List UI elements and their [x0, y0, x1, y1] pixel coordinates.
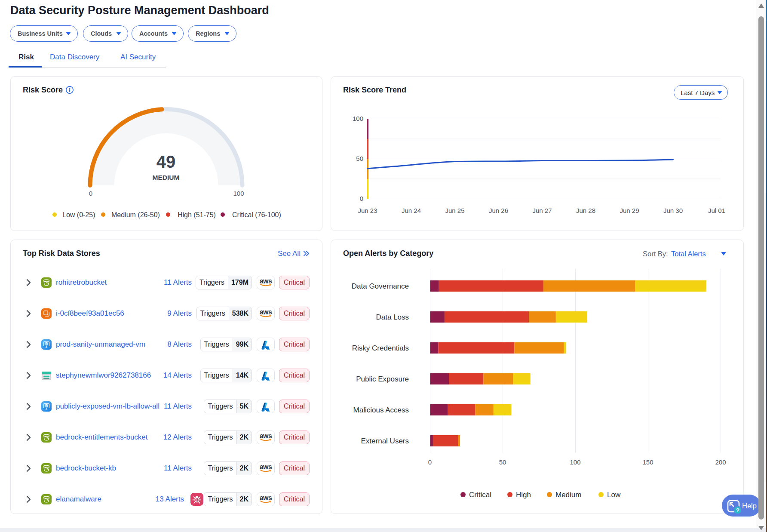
svg-text:Data Governance: Data Governance: [352, 282, 409, 290]
svg-text:Jun 25: Jun 25: [445, 207, 464, 214]
svg-text:49: 49: [156, 152, 176, 171]
svg-text:MEDIUM: MEDIUM: [153, 174, 180, 181]
svg-text:0: 0: [428, 458, 432, 466]
svg-text:?: ?: [736, 507, 739, 514]
svg-text:Critical: Critical: [469, 491, 491, 499]
svg-text:Low: Low: [607, 491, 621, 499]
svg-text:Jun 23: Jun 23: [358, 207, 377, 214]
svg-text:Jun 24: Jun 24: [402, 207, 421, 214]
svg-text:External Users: External Users: [361, 437, 409, 445]
svg-text:Critical (76-100): Critical (76-100): [232, 211, 281, 218]
svg-text:Public Exposure: Public Exposure: [356, 375, 409, 383]
svg-text:aws: aws: [260, 463, 272, 470]
svg-text:100: 100: [233, 190, 244, 197]
svg-text:0: 0: [360, 195, 363, 202]
svg-text:Medium: Medium: [555, 491, 581, 499]
svg-text:Medium (26-50): Medium (26-50): [111, 211, 160, 218]
svg-text:0: 0: [89, 190, 92, 197]
svg-text:Jun 27: Jun 27: [532, 207, 552, 214]
svg-text:Data Loss: Data Loss: [376, 313, 409, 321]
svg-text:50: 50: [499, 458, 506, 466]
svg-text:Jun 30: Jun 30: [663, 207, 683, 214]
svg-text:Low (0-25): Low (0-25): [62, 211, 95, 218]
svg-text:High: High: [516, 491, 531, 499]
svg-text:Jun 26: Jun 26: [489, 207, 508, 214]
svg-text:100: 100: [353, 115, 363, 122]
svg-text:150: 150: [642, 458, 653, 466]
svg-text:aws: aws: [260, 432, 272, 440]
svg-text:aws: aws: [260, 277, 272, 285]
svg-text:aws: aws: [260, 308, 272, 316]
svg-text:100: 100: [570, 458, 580, 466]
svg-text:Malicious Access: Malicious Access: [353, 406, 409, 414]
svg-text:Jun 28: Jun 28: [576, 207, 595, 214]
svg-text:Jul 01: Jul 01: [708, 207, 725, 214]
svg-text:200: 200: [715, 458, 726, 466]
svg-text:High (51-75): High (51-75): [178, 211, 216, 218]
svg-text:aws: aws: [260, 494, 272, 501]
svg-text:Jun 29: Jun 29: [620, 207, 639, 214]
svg-text:50: 50: [356, 155, 363, 162]
svg-text:Risky Credentials: Risky Credentials: [352, 344, 409, 352]
